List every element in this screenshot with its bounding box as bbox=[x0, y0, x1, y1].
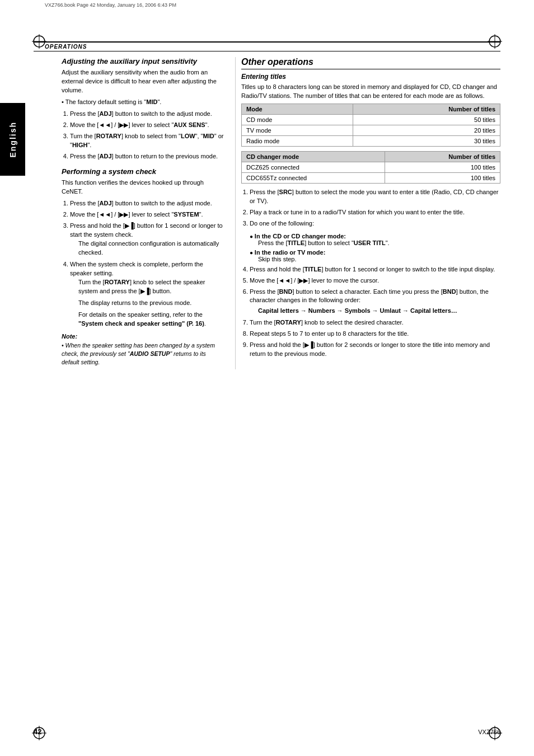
entering-titles-intro: Titles up to 8 characters long can be st… bbox=[241, 83, 500, 101]
section1-step3: Turn the [ROTARY] knob to select from "L… bbox=[70, 132, 224, 150]
cd-mode-bullet: In the CD or CD changer mode: Press the … bbox=[250, 233, 500, 246]
cd-mode-value: 50 titles bbox=[353, 114, 500, 125]
cd-bullet-text: Press the [TITLE] button to select "USER… bbox=[258, 240, 500, 246]
enter-step6: Press the [BND] button to select a chara… bbox=[250, 288, 500, 316]
enter-step7: Turn the [ROTARY] knob to select the des… bbox=[250, 318, 500, 327]
section2-step3: Press and hold the [▶▐] button for 1 sec… bbox=[70, 222, 224, 257]
section1-step1: Press the [ADJ] button to switch to the … bbox=[70, 110, 224, 119]
section1-bullet1: The factory default setting is "MID". bbox=[62, 98, 224, 107]
radio-mode-bullet: In the radio or TV mode: Skip this step. bbox=[250, 249, 500, 262]
cd-changer-header-mode: CD changer mode bbox=[242, 151, 385, 162]
table-row: CDC655Tz connected 100 titles bbox=[242, 172, 500, 183]
tv-mode-value: 20 titles bbox=[353, 125, 500, 135]
table-row: Radio mode 30 titles bbox=[242, 135, 500, 146]
language-tab: English bbox=[0, 103, 25, 176]
enter-step8: Repeat steps 5 to 7 to enter up to 8 cha… bbox=[250, 330, 500, 339]
table-row: CD mode 50 titles bbox=[242, 114, 500, 125]
radio-bullet-text: Skip this step. bbox=[258, 256, 500, 262]
section-label: OPERATIONS bbox=[45, 44, 87, 50]
section1-title: Adjusting the auxiliary input sensitivit… bbox=[62, 57, 224, 65]
main-section-title: Other operations bbox=[241, 57, 500, 69]
section1-step4: Press the [ADJ] button to return to the … bbox=[70, 152, 224, 161]
note-title: Note: bbox=[62, 333, 224, 340]
entering-steps-2: Press and hold the [TITLE] button for 1 … bbox=[250, 265, 500, 359]
page-number: 42 bbox=[34, 727, 41, 736]
section2-intro: This function verifies the devices hooke… bbox=[62, 179, 224, 196]
section1-bullets: The factory default setting is "MID". bbox=[62, 98, 224, 107]
table-row: TV mode 20 titles bbox=[242, 125, 500, 135]
entering-steps-1: Press the [SRC] button to select the mod… bbox=[250, 188, 500, 228]
enter-step3: Do one of the following: bbox=[250, 219, 500, 228]
section2-steps: Press the [ADJ] button to switch to the … bbox=[70, 199, 224, 328]
section2-step4-detail2: The display returns to the previous mode… bbox=[78, 299, 224, 308]
note-text: • When the speaker setting has been chan… bbox=[62, 341, 224, 367]
section1-intro: Adjust the auxiliary sensitivity when th… bbox=[62, 68, 224, 95]
product-name: VXZ766 bbox=[478, 729, 500, 735]
enter-step2: Play a track or tune in to a radio/TV st… bbox=[250, 208, 500, 217]
dcz625-label: DCZ625 connected bbox=[242, 162, 385, 172]
table-row: DCZ625 connected 100 titles bbox=[242, 162, 500, 172]
cdc655-label: CDC655Tz connected bbox=[242, 172, 385, 183]
note-box: Note: • When the speaker setting has bee… bbox=[62, 333, 224, 367]
tv-mode-label: TV mode bbox=[242, 125, 353, 135]
mode-table-header-mode: Mode bbox=[242, 104, 353, 114]
content-area: Adjusting the auxiliary input sensitivit… bbox=[34, 51, 500, 369]
enter-step4: Press and hold the [TITLE] button for 1 … bbox=[250, 265, 500, 274]
language-tab-label: English bbox=[8, 121, 17, 158]
mode-table: Mode Number of titles CD mode 50 titles … bbox=[241, 104, 500, 147]
dcz625-value: 100 titles bbox=[385, 162, 500, 172]
enter-step5: Move the [◄◄] / [▶▶] lever to move the c… bbox=[250, 276, 500, 285]
section2-step4-detail3: For details on the speaker setting, refe… bbox=[78, 311, 224, 328]
cd-mode-label: CD mode bbox=[242, 114, 353, 125]
mode-table-header-titles: Number of titles bbox=[353, 104, 500, 114]
cd-changer-table: CD changer mode Number of titles DCZ625 … bbox=[241, 151, 500, 184]
right-column: Other operations Entering titles Titles … bbox=[235, 57, 500, 369]
corner-mark-tl bbox=[31, 33, 48, 50]
radio-bullet-label: In the radio or TV mode: bbox=[250, 249, 325, 256]
enter-step9: Press and hold the [▶▐] button for 2 sec… bbox=[250, 341, 500, 359]
cd-bullet-label: In the CD or CD changer mode: bbox=[250, 233, 346, 240]
radio-mode-label: Radio mode bbox=[242, 135, 353, 146]
section2-step2: Move the [◄◄] / [▶▶] lever to select "SY… bbox=[70, 210, 224, 219]
filepath: VXZ766.book Page 42 Monday, January 16, … bbox=[45, 2, 523, 8]
section2-step4: When the system check is complete, perfo… bbox=[70, 260, 224, 328]
radio-mode-value: 30 titles bbox=[353, 135, 500, 146]
section2-title: Performing a system check bbox=[62, 167, 224, 176]
character-order: Capital letters → Numbers → Symbols → Um… bbox=[258, 307, 500, 316]
cd-changer-header-titles: Number of titles bbox=[385, 151, 500, 162]
left-column: Adjusting the auxiliary input sensitivit… bbox=[34, 57, 224, 369]
section2-step1: Press the [ADJ] button to switch to the … bbox=[70, 199, 224, 208]
page: VXZ766.book Page 42 Monday, January 16, … bbox=[0, 2, 534, 756]
corner-mark-tr bbox=[486, 33, 503, 50]
entering-titles-title: Entering titles bbox=[241, 73, 500, 81]
cdc655-value: 100 titles bbox=[385, 172, 500, 183]
section2-step4-detail1: Turn the [ROTARY] knob to select the spe… bbox=[78, 278, 224, 296]
enter-step1: Press the [SRC] button to select the mod… bbox=[250, 188, 500, 206]
section2-step3-note: The digital connection configuration is … bbox=[78, 240, 224, 257]
header-bar: OPERATIONS bbox=[34, 41, 500, 51]
footer: 42 VXZ766 bbox=[34, 727, 500, 736]
section1-steps: Press the [ADJ] button to switch to the … bbox=[70, 110, 224, 161]
section1-step2: Move the [◄◄] / [▶▶] lever to select "AU… bbox=[70, 121, 224, 130]
